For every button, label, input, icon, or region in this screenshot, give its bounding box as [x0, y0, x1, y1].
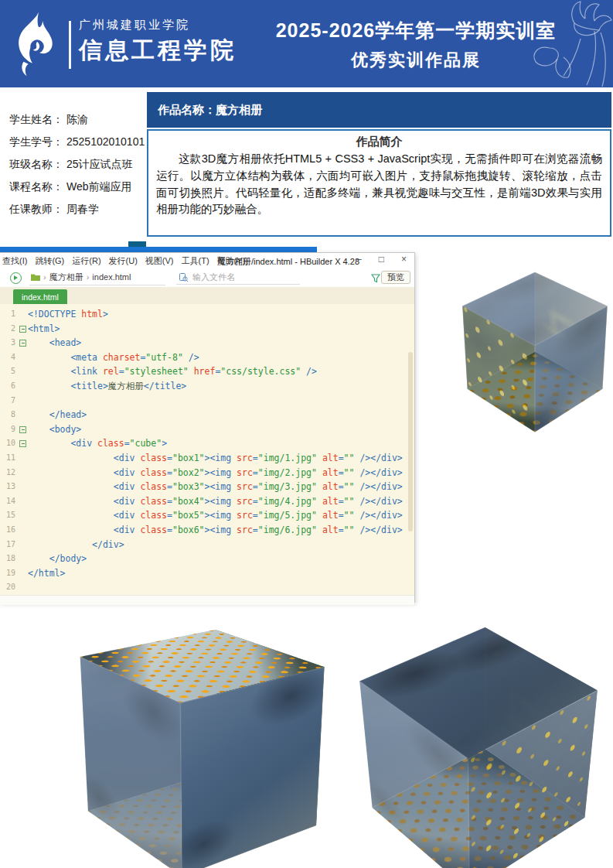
cube-3d — [497, 289, 570, 410]
info-value: 25计应试点班 — [66, 158, 133, 170]
menu-item[interactable]: 跳转(G) — [35, 255, 64, 267]
code-text: <title>魔方相册</title> — [28, 379, 186, 394]
code-text: <div class="cube"> — [28, 436, 167, 451]
code-line: 19</html> — [0, 566, 414, 581]
preview-button[interactable]: 预览 — [381, 271, 410, 284]
run-button[interactable] — [10, 272, 22, 284]
code-text: <div class="box5"><img src="img/5.jpg" a… — [28, 508, 403, 523]
code-text: <html> — [28, 322, 60, 337]
line-number: 12 — [0, 466, 19, 480]
code-text: <div class="box4"><img src="img/4.jpg" a… — [28, 494, 403, 509]
cube-3d — [410, 657, 538, 847]
tab-bar: index.html — [0, 287, 414, 304]
info-label: 课程名称： — [9, 180, 63, 193]
breadcrumb-file[interactable]: index.html — [92, 272, 131, 282]
file-search-field[interactable] — [176, 271, 300, 285]
line-number: 5 — [0, 364, 19, 379]
info-label: 班级名称： — [9, 158, 63, 170]
work-title: 作品名称：魔方相册 — [158, 103, 262, 118]
line-number: 15 — [0, 508, 19, 523]
fold-spacer — [19, 364, 28, 379]
student-info: 学生姓名：陈渝学生学号：2525102010101班级名称：25计应试点班课程名… — [9, 113, 145, 225]
banner-title-line2: 优秀实训作品展 — [261, 49, 570, 72]
line-number: 16 — [0, 523, 19, 538]
maximize-button[interactable]: □ — [379, 254, 384, 265]
code-text: </head> — [28, 408, 87, 422]
filter-icon[interactable] — [371, 272, 380, 286]
info-row: 任课教师：周春学 — [9, 203, 145, 217]
code-text: <link rel="stylesheet" href="css/style.c… — [28, 364, 317, 379]
menu-item[interactable]: 运行(R) — [72, 255, 100, 267]
line-number: 13 — [0, 480, 19, 494]
code-line: 7 — [0, 394, 414, 408]
search-input[interactable] — [191, 272, 281, 282]
code-line: 6 <title>魔方相册</title> — [0, 379, 414, 394]
code-line: 12 <div class="box2"><img src="img/2.jpg… — [0, 466, 414, 480]
ide-titlebar: 查找(I)跳转(G)运行(R)发行(U)视图(V)工具(T)帮助(Y) 魔方相册… — [0, 253, 414, 268]
header-banner: 广州城建职业学院 信息工程学院 2025-2026学年第一学期实训室 优秀实训作… — [0, 0, 613, 87]
work-intro-heading: 作品简介 — [156, 135, 602, 149]
code-line: 13 <div class="box3"><img src="img/3.jpg… — [0, 480, 414, 494]
fold-spacer — [19, 566, 28, 581]
code-line: 8 </head> — [0, 408, 414, 422]
hbuilderx-window: 查找(I)跳转(G)运行(R)发行(U)视图(V)工具(T)帮助(Y) 魔方相册… — [0, 252, 415, 603]
line-number: 1 — [0, 307, 19, 322]
code-text: <meta charset="utf-8" /> — [28, 350, 199, 365]
tab-index-html[interactable]: index.html — [13, 289, 67, 304]
fold-spacer — [19, 580, 28, 595]
menu-item[interactable]: 发行(U) — [109, 255, 138, 267]
college-logo-flame-icon — [12, 10, 60, 78]
cube-render-3 — [344, 625, 613, 868]
fold-spacer — [19, 552, 28, 566]
work-intro-box: 作品简介 这款3D魔方相册依托HTML5 + CSS3 + JavaScript… — [147, 129, 611, 237]
work-intro-text: 这款3D魔方相册依托HTML5 + CSS3 + JavaScript实现，无需… — [156, 151, 602, 218]
college-name-large: 信息工程学院 — [79, 35, 237, 67]
code-line: 5 <link rel="stylesheet" href="css/style… — [0, 364, 414, 379]
fold-icon[interactable] — [19, 436, 28, 451]
code-line: 9 <body> — [0, 422, 414, 437]
breadcrumb-folder[interactable]: 魔方相册 — [49, 272, 83, 283]
poster-page: 广州城建职业学院 信息工程学院 2025-2026学年第一学期实训室 优秀实训作… — [0, 0, 613, 868]
menu-item[interactable]: 工具(T) — [182, 255, 209, 267]
code-text: <div class="box1"><img src="img/1.jpg" a… — [28, 451, 403, 466]
window-controls: – □ × — [356, 254, 407, 265]
line-number: 4 — [0, 350, 19, 365]
line-number: 11 — [0, 451, 19, 466]
fold-spacer — [19, 307, 28, 322]
ide-toolbar: › 魔方相册 › index.html 预览 — [0, 268, 414, 287]
fold-icon[interactable] — [19, 422, 28, 437]
code-text: </div> — [28, 538, 124, 552]
code-line: 15 <div class="box5"><img src="img/5.jpg… — [0, 508, 414, 523]
line-number: 7 — [0, 394, 19, 408]
line-number: 19 — [0, 566, 19, 581]
editor-scrollbar[interactable] — [408, 352, 413, 531]
code-line: 10 <div class="cube"> — [0, 436, 414, 451]
banner-title: 2025-2026学年第一学期实训室 优秀实训作品展 — [261, 18, 570, 72]
fold-icon[interactable] — [19, 336, 28, 350]
code-text: <div class="box2"><img src="img/2.jpg" a… — [28, 466, 403, 480]
header-divider — [69, 21, 71, 69]
info-row: 学生学号：2525102010101 — [9, 135, 145, 149]
breadcrumb-separator: › — [43, 272, 46, 282]
minimize-button[interactable]: – — [356, 254, 362, 265]
close-button[interactable]: × — [401, 254, 407, 265]
cube-render-2 — [71, 615, 334, 868]
breadcrumb[interactable]: › 魔方相册 › index.html — [29, 271, 165, 285]
work-panel: 作品名称：魔方相册 作品简介 这款3D魔方相册依托HTML5 + CSS3 + … — [147, 92, 611, 237]
fold-spacer — [19, 451, 28, 466]
menu-item[interactable]: 查找(I) — [2, 255, 27, 267]
menu-item[interactable]: 视图(V) — [145, 255, 174, 267]
line-number: 10 — [0, 436, 19, 451]
code-text: <head> — [28, 336, 81, 350]
line-number: 20 — [0, 580, 19, 595]
fold-icon[interactable] — [19, 322, 28, 337]
code-text: </body> — [28, 552, 87, 566]
college-name: 广州城建职业学院 信息工程学院 — [79, 18, 237, 67]
line-number: 8 — [0, 408, 19, 422]
info-value: 周春学 — [66, 203, 99, 215]
line-number: 2 — [0, 322, 19, 337]
ide-statusbar — [0, 595, 414, 605]
window-title: 魔方相册/index.html - HBuilder X 4.28 — [217, 256, 359, 268]
info-row: 课程名称：Web前端应用 — [9, 180, 145, 194]
code-area[interactable]: 1<!DOCTYPE html>2<html>3 <head>4 <meta c… — [0, 304, 414, 595]
